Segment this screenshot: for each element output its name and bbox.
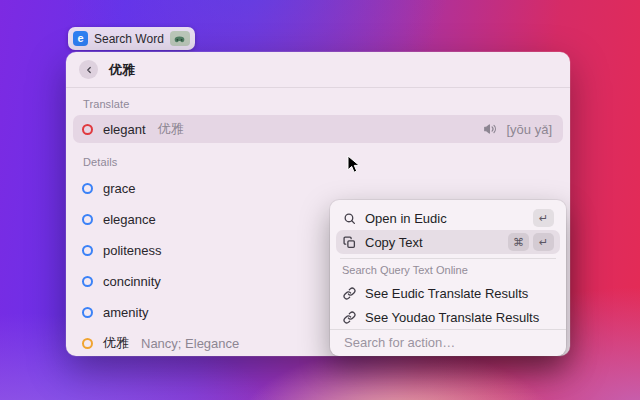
blue-ring-icon	[82, 307, 93, 318]
action-search-bar	[330, 329, 566, 355]
orange-ring-icon	[82, 338, 93, 349]
desktop-background: e Search Word 优雅 Translate elegant 优雅	[0, 0, 640, 400]
translate-result-row[interactable]: elegant 优雅 [yōu yǎ]	[73, 115, 563, 143]
action-panel: Open in Eudic ↵ Copy Text ⌘ ↵ Search Que…	[330, 200, 566, 356]
action-search-input[interactable]	[342, 334, 554, 351]
panel-divider	[340, 258, 556, 259]
blue-ring-icon	[82, 276, 93, 287]
query-title: 优雅	[109, 61, 135, 79]
pinyin-accessory: [yōu yǎ]	[506, 122, 552, 137]
window-header: 优雅	[66, 52, 570, 88]
breadcrumb-command-label: Search Word	[94, 32, 164, 46]
list-item[interactable]: grace	[73, 175, 563, 201]
translate-subtitle: 优雅	[158, 120, 184, 138]
green-badge-icon	[170, 31, 190, 46]
link-icon	[342, 287, 357, 300]
search-word-app-icon: e	[73, 31, 88, 46]
section-label-details: Details	[83, 156, 117, 168]
action-copy-text[interactable]: Copy Text ⌘ ↵	[336, 230, 560, 254]
action-see-youdao-results[interactable]: See Youdao Translate Results	[336, 305, 560, 329]
command-keycap: ⌘	[508, 233, 529, 251]
breadcrumb[interactable]: e Search Word	[68, 27, 195, 50]
clipboard-icon	[342, 236, 357, 249]
back-button[interactable]	[79, 60, 98, 79]
mouse-cursor	[347, 155, 360, 174]
blue-ring-icon	[82, 214, 93, 225]
speaker-icon	[483, 122, 497, 136]
red-ring-icon	[82, 124, 93, 135]
link-icon	[342, 311, 357, 324]
blue-ring-icon	[82, 183, 93, 194]
return-keycap: ↵	[533, 233, 554, 251]
blue-ring-icon	[82, 245, 93, 256]
action-see-eudic-results[interactable]: See Eudic Translate Results	[336, 281, 560, 305]
action-open-in-eudic[interactable]: Open in Eudic ↵	[336, 206, 560, 230]
section-label-translate: Translate	[83, 98, 129, 110]
panel-section-label: Search Query Text Online	[336, 263, 560, 281]
magnifier-icon	[342, 212, 357, 225]
translate-title: elegant	[103, 122, 146, 137]
return-keycap: ↵	[533, 209, 554, 227]
chevron-left-icon	[84, 65, 94, 75]
